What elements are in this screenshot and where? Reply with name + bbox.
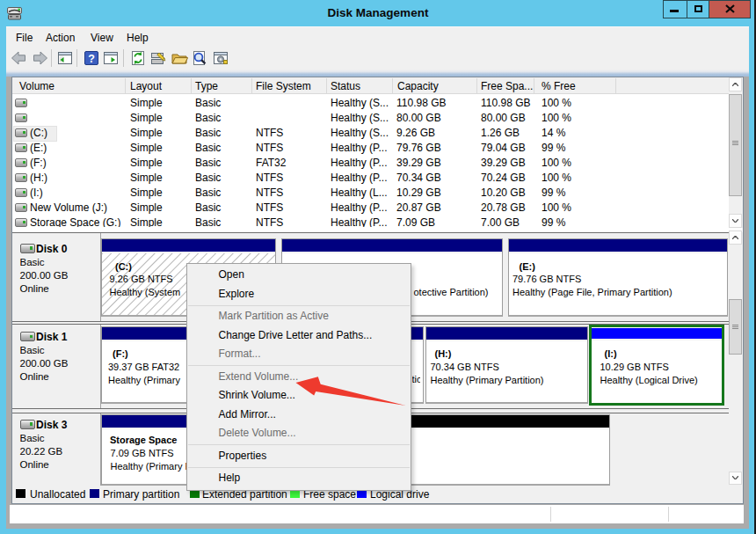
svg-text:?: ? xyxy=(88,53,95,65)
